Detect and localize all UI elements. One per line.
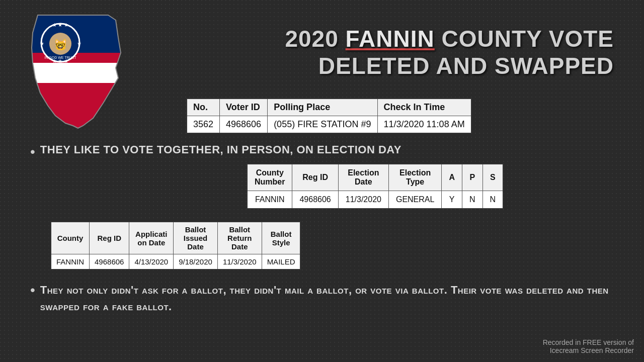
watermark: Recorded in FREE version of Icecream Scr… [543,338,634,354]
georgia-state-shape: ★ ★ ★ ★ ★ ★ ★ ★ GA 🐱 🤓 IN GOD WE TRUST [23,13,133,133]
col-voter-id: Voter ID [220,99,268,116]
title-prefix: 2020 [285,26,345,52]
col-county: County [51,222,90,254]
col-a: A [442,164,462,191]
svg-text:🤓: 🤓 [55,41,65,51]
cell-check-in-time: 11/3/2020 11:08 AM [377,116,471,134]
svg-text:★: ★ [77,41,82,46]
cell-election-type: GENERAL [388,191,441,209]
col-no: No. [187,99,220,116]
title-highlight: FANNIN [346,26,435,52]
bullet-dot-2: • [30,282,35,299]
cell-county: FANNIN [247,191,292,209]
cell-ballot-issued: 9/18/2020 [174,254,218,270]
cell-p: N [462,191,482,209]
svg-text:★: ★ [40,41,44,46]
col-application-date: Application Date [129,222,174,254]
col-ballot-issued: BallotIssuedDate [174,222,218,254]
col-reg-id: Reg ID [90,222,129,254]
col-election-type: ElectionType [388,164,441,191]
col-county-number: CountyNumber [247,164,292,191]
bullet1-text: They like to vote together, in person, o… [40,143,401,156]
election-table: CountyNumber Reg ID ElectionDate Electio… [247,163,504,209]
bullet2-text: They not only didn't ask for a ballot, t… [40,282,614,315]
bullet1-container: • They like to vote together, in person,… [30,143,401,160]
cell-application-date: 4/13/2020 [129,254,174,270]
col-ballot-style: BallotStyle [262,222,300,254]
watermark-line1: Recorded in FREE version of [543,338,634,346]
cell-no: 3562 [187,116,220,134]
title-container: 2020 FANNIN COUNTY VOTE DELETED AND SWAP… [285,25,614,79]
col-election-date: ElectionDate [338,164,388,191]
cell-election-date: 11/3/2020 [338,191,388,209]
watermark-line2: Icecream Screen Recorder [543,346,634,354]
table-row: 3562 4968606 (055) FIRE STATION #9 11/3/… [187,116,471,134]
cell-polling-place: (055) FIRE STATION #9 [268,116,377,134]
col-reg-id: Reg ID [292,164,338,191]
cell-reg-id: 4968606 [292,191,338,209]
col-ballot-return: BallotReturnDate [217,222,262,254]
bullet-dot-1: • [30,143,35,160]
svg-rect-2 [23,93,133,133]
bullet2-container: • They not only didn't ask for a ballot,… [30,282,614,315]
col-polling-place: Polling Place [268,99,377,116]
col-s: S [482,164,503,191]
ballot-table: County Reg ID Application Date BallotIss… [50,221,301,270]
cell-ballot-return: 11/3/2020 [217,254,262,270]
cell-reg-id: 4968606 [90,254,129,270]
title-line1: 2020 FANNIN COUNTY VOTE [285,25,614,52]
polling-table: No. Voter ID Polling Place Check In Time… [186,98,472,134]
cell-county: FANNIN [51,254,90,270]
title-line2: DELETED AND SWAPPED [285,52,614,79]
col-check-in-time: Check In Time [377,99,471,116]
svg-text:IN GOD WE TRUST: IN GOD WE TRUST [44,56,76,59]
cell-ballot-style: MAILED [262,254,300,270]
table-row: FANNIN 4968606 4/13/2020 9/18/2020 11/3/… [51,254,300,270]
svg-text:★ ★ ★: ★ ★ ★ [52,22,69,28]
cell-voter-id: 4968606 [220,116,268,134]
table-row: FANNIN 4968606 11/3/2020 GENERAL Y N N [247,191,503,209]
cell-s: N [482,191,503,209]
col-p: P [462,164,482,191]
title-suffix: COUNTY VOTE [435,26,614,52]
cell-a: Y [442,191,462,209]
